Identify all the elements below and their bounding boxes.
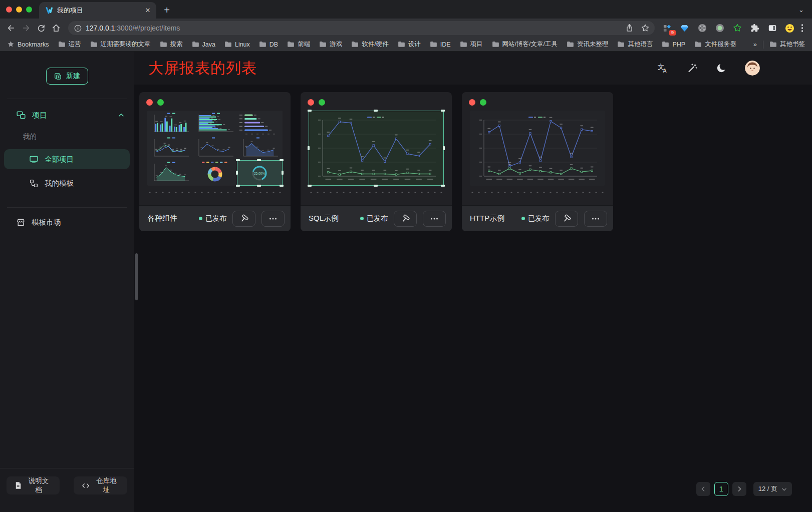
- bookmark-folder[interactable]: IDE: [430, 41, 451, 48]
- tab-close-icon[interactable]: ✕: [143, 6, 152, 15]
- selection-handle[interactable]: [282, 171, 284, 175]
- share-icon[interactable]: [625, 24, 634, 33]
- selection-handle[interactable]: [308, 185, 312, 187]
- browser-toolbar: 127.0.0.1:3000/#/project/items 9: [0, 19, 812, 38]
- card-preview[interactable]: 25.00%: [147, 111, 283, 186]
- selection-handle[interactable]: [280, 185, 284, 187]
- prev-page-button[interactable]: [696, 482, 710, 496]
- current-page-button[interactable]: 1: [714, 482, 728, 496]
- chevron-up-icon[interactable]: [118, 112, 125, 119]
- bookmarks-overflow-chevron[interactable]: »: [753, 41, 757, 48]
- grid-extension-icon[interactable]: 9: [662, 23, 673, 34]
- browser-tab[interactable]: 我的项目 ✕: [39, 2, 156, 19]
- bookmark-folder[interactable]: 游戏: [319, 40, 342, 49]
- selection-handle[interactable]: [257, 185, 261, 187]
- bookmark-folder[interactable]: 文件服务器: [694, 40, 736, 49]
- new-project-button[interactable]: 新建: [46, 68, 88, 85]
- side-panel-icon[interactable]: [767, 23, 778, 34]
- close-window-button[interactable]: [6, 7, 12, 13]
- selection-handle[interactable]: [236, 171, 238, 175]
- status-dot-icon: [199, 217, 202, 220]
- record-extension-icon[interactable]: [714, 23, 725, 34]
- repo-button[interactable]: 仓库地址: [74, 476, 127, 494]
- card-preview[interactable]: [470, 111, 605, 186]
- bookmarks-root[interactable]: Bookmarks: [7, 41, 49, 48]
- reload-button[interactable]: [34, 21, 48, 35]
- bookmark-folder[interactable]: 项目: [460, 40, 483, 49]
- site-info-icon[interactable]: [74, 25, 82, 32]
- card-preview[interactable]: [309, 111, 444, 186]
- address-bar[interactable]: 127.0.0.1:3000/#/project/items: [68, 21, 655, 35]
- bookmark-folder[interactable]: 软件/硬件: [351, 40, 388, 49]
- bookmark-folder[interactable]: 网站/博客/文章/工具: [492, 40, 558, 49]
- selection-handle[interactable]: [441, 185, 445, 187]
- sidebar-item-my-templates[interactable]: 我的模板: [4, 173, 130, 193]
- selection-handle[interactable]: [374, 185, 378, 187]
- bookmark-folder[interactable]: 其他语言: [617, 40, 653, 49]
- zoom-window-button[interactable]: [26, 7, 32, 13]
- bookmark-folder-label: IDE: [440, 41, 451, 48]
- next-page-button[interactable]: [732, 482, 746, 496]
- folder-icon: [351, 41, 359, 48]
- mini-donut-chart: [192, 161, 237, 185]
- main-content: 大屏报表的列表 文 A: [134, 52, 812, 512]
- edit-button[interactable]: [232, 211, 255, 227]
- selection-handle[interactable]: [257, 159, 261, 161]
- sidebar-item-all-projects[interactable]: 全部项目: [4, 149, 130, 169]
- selection-handle[interactable]: [308, 110, 312, 112]
- browser-menu-icon[interactable]: [799, 24, 807, 32]
- back-button[interactable]: [4, 21, 18, 35]
- bookmark-folder-label: Linux: [235, 41, 250, 48]
- minimize-window-button[interactable]: [16, 7, 22, 13]
- sidebar-item-template-market[interactable]: 模板市场: [0, 208, 134, 227]
- star-extension-icon[interactable]: [732, 23, 743, 34]
- selection-handle[interactable]: [236, 185, 240, 187]
- extensions-puzzle-icon[interactable]: [749, 23, 760, 34]
- bookmark-folder[interactable]: Linux: [224, 41, 250, 48]
- bookmark-folder[interactable]: 资讯未整理: [567, 40, 609, 49]
- bookmark-star-icon[interactable]: [641, 24, 650, 33]
- more-button[interactable]: [584, 211, 607, 227]
- bookmark-folder[interactable]: 前端: [287, 40, 310, 49]
- emoji-extension-icon[interactable]: [784, 23, 795, 34]
- forward-button[interactable]: [19, 21, 33, 35]
- selection-handle[interactable]: [443, 146, 445, 150]
- template-flow-icon: [29, 179, 39, 188]
- edit-button[interactable]: [555, 211, 578, 227]
- selection-handle[interactable]: [441, 110, 445, 112]
- bookmark-folder[interactable]: 设计: [398, 40, 421, 49]
- edit-button[interactable]: [394, 211, 417, 227]
- scrollbar-thumb[interactable]: [135, 253, 138, 300]
- selection-handle[interactable]: [308, 146, 310, 150]
- bookmark-folder[interactable]: 运营: [58, 40, 81, 49]
- bookmark-folder[interactable]: DB: [259, 41, 278, 48]
- selection-handle[interactable]: [236, 159, 240, 161]
- hammer-icon: [239, 214, 249, 223]
- mini-area2-chart: [148, 161, 192, 185]
- selection-handle[interactable]: [280, 159, 284, 161]
- moon-icon: [716, 63, 727, 74]
- docs-button[interactable]: 说明文档: [7, 476, 60, 494]
- mini-gauge-chart: 25.00%: [237, 161, 282, 185]
- tab-search-chevron-icon[interactable]: ⌄: [798, 6, 804, 14]
- bookmark-folder[interactable]: 近期需要读的文章: [90, 40, 151, 49]
- svg-text:A: A: [663, 68, 667, 74]
- bookmark-folder[interactable]: PHP: [662, 41, 685, 48]
- page-size-select[interactable]: 12 / 页: [753, 482, 792, 496]
- gem-extension-icon[interactable]: [679, 23, 690, 34]
- user-avatar[interactable]: [745, 61, 760, 76]
- more-button[interactable]: [423, 211, 446, 227]
- sidebar-group-projects[interactable]: 项目: [0, 99, 134, 120]
- theme-wand-button[interactable]: [687, 63, 698, 74]
- bookmark-folder[interactable]: Java: [192, 41, 215, 48]
- more-button[interactable]: [261, 211, 285, 227]
- dark-mode-button[interactable]: [716, 63, 727, 74]
- new-tab-button[interactable]: +: [159, 3, 174, 18]
- language-button[interactable]: 文 A: [657, 62, 669, 74]
- bookmark-folder[interactable]: 搜索: [160, 40, 183, 49]
- green-dot-icon: [480, 99, 486, 106]
- home-button[interactable]: [49, 21, 63, 35]
- knob-extension-icon[interactable]: [697, 23, 708, 34]
- selection-handle[interactable]: [374, 110, 378, 112]
- other-bookmarks[interactable]: 其他书签: [769, 40, 805, 49]
